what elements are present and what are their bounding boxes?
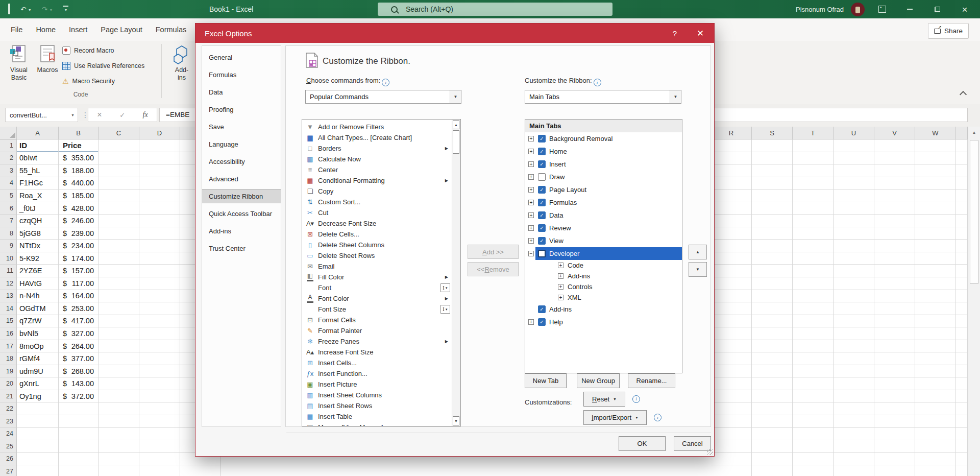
tab-node-view[interactable]: +✓View [525,234,682,247]
cell-d6[interactable] [139,202,180,215]
expand-icon[interactable]: + [558,295,564,300]
cell-right[interactable] [793,215,834,227]
cell-b14[interactable]: $253.00 [59,302,99,315]
cell-a14[interactable]: OGdTM [17,302,59,315]
expand-icon[interactable]: + [558,284,564,290]
cell-right[interactable] [915,365,956,378]
cell-right[interactable] [956,465,968,476]
collapse-ribbon-icon[interactable] [960,91,967,98]
cell-right[interactable] [956,315,968,328]
rename-button[interactable]: Rename... [628,373,675,388]
cell-b9[interactable]: $234.00 [59,240,99,252]
cell-a22[interactable] [17,402,59,415]
tab-file[interactable]: File [4,18,29,41]
command-item-insert-sheet-rows[interactable]: ▤Insert Sheet Rows [302,400,452,411]
share-button[interactable]: Share [928,23,969,39]
cell-b13[interactable]: $164.00 [59,290,99,303]
cell-right[interactable] [874,215,915,227]
command-item-insert-picture[interactable]: ▣Insert Picture [302,379,452,390]
new-group-button[interactable]: New Group [577,373,620,388]
group-node-controls[interactable]: +Controls [525,281,682,292]
cell-right[interactable] [874,365,915,378]
cell-right[interactable] [874,252,915,265]
cell-a15[interactable]: q7ZrW [17,315,59,328]
command-item-delete-sheet-rows[interactable]: ▭Delete Sheet Rows [302,250,452,261]
nav-item-add-ins[interactable]: Add-ins [202,224,281,238]
expand-icon[interactable]: + [528,200,534,205]
scrollbar-thumb[interactable] [970,140,978,284]
cell-right[interactable] [956,428,968,441]
cell-right[interactable] [752,453,793,466]
cell-right[interactable] [752,277,793,290]
cell-right[interactable] [874,428,915,441]
cell-right[interactable] [956,177,968,190]
cell-d14[interactable] [139,302,180,315]
cell-a24[interactable] [17,428,59,441]
cell-b15[interactable]: $417.00 [59,315,99,328]
cell-right[interactable] [834,390,874,403]
cell-right[interactable] [956,415,968,428]
cell-b22[interactable] [59,402,99,415]
cancel-entry-icon[interactable]: × [97,110,102,120]
cell-right[interactable] [915,227,956,240]
cell-right[interactable] [956,215,968,227]
cell-c16[interactable] [99,327,139,340]
cell-right[interactable] [793,252,834,265]
row-header-20[interactable]: 20 [0,377,17,390]
tab-insert[interactable]: Insert [62,18,94,41]
cell-right[interactable] [752,215,793,227]
row-header-7[interactable]: 7 [0,215,17,227]
checkbox-checked[interactable]: ✓ [538,224,546,232]
cell-right[interactable] [793,177,834,190]
row-header-13[interactable]: 13 [0,290,17,303]
cell-right[interactable] [793,290,834,303]
cell-right[interactable] [834,139,874,152]
cell-right[interactable] [793,440,834,453]
restore-button[interactable] [927,0,947,18]
use-relative-references-button[interactable]: Use Relative References [62,60,144,72]
cell-right[interactable] [915,453,956,466]
choose-commands-dropdown[interactable]: Popular Commands ▼ [305,90,461,104]
info-icon[interactable]: i [594,79,601,86]
row-header-2[interactable]: 2 [0,152,17,165]
info-icon[interactable]: i [654,414,662,421]
row-header-1[interactable]: 1 [0,139,17,152]
cell-right[interactable] [834,277,874,290]
cell-right[interactable] [834,290,874,303]
remove-command-button[interactable]: << Remove [468,262,519,276]
cell-right[interactable] [874,402,915,415]
cell-right[interactable] [915,290,956,303]
command-item-add-or-remove-filters[interactable]: ▼Add or Remove Filters [302,122,452,132]
cell-c24[interactable] [99,428,139,441]
cell-right[interactable] [793,352,834,365]
cell-right[interactable] [834,428,874,441]
macro-security-button[interactable]: ⚠ Macro Security [62,75,115,87]
name-box-dropdown-icon[interactable]: ▼ [68,113,78,117]
cell-right[interactable] [874,390,915,403]
cell-right[interactable] [874,415,915,428]
cell-right[interactable] [874,302,915,315]
cell-right[interactable] [793,428,834,441]
nav-item-proofing[interactable]: Proofing [202,102,281,116]
cell-right[interactable] [711,202,752,215]
record-macro-button[interactable]: Record Macro [62,44,114,57]
checkbox-checked[interactable]: ✓ [538,237,546,245]
cell-right[interactable] [752,290,793,303]
cell-right[interactable] [834,440,874,453]
cell-a9[interactable]: NTtDx [17,240,59,252]
tab-node-draw[interactable]: +Draw [525,171,682,183]
cell-right[interactable] [956,189,968,202]
cell-d9[interactable] [139,240,180,252]
row-header-6[interactable]: 6 [0,202,17,215]
cell-right[interactable] [915,240,956,252]
cell-b23[interactable] [59,415,99,428]
row-header-4[interactable]: 4 [0,177,17,190]
cell-right[interactable] [915,390,956,403]
cell-d11[interactable] [139,265,180,277]
cell-right[interactable] [752,352,793,365]
cell-a19[interactable]: udm9U [17,365,59,378]
cell-right[interactable] [711,139,752,152]
cell-b26[interactable] [59,453,99,466]
checkbox-checked[interactable]: ✓ [538,305,546,313]
macros-button[interactable]: Macros [35,44,60,74]
